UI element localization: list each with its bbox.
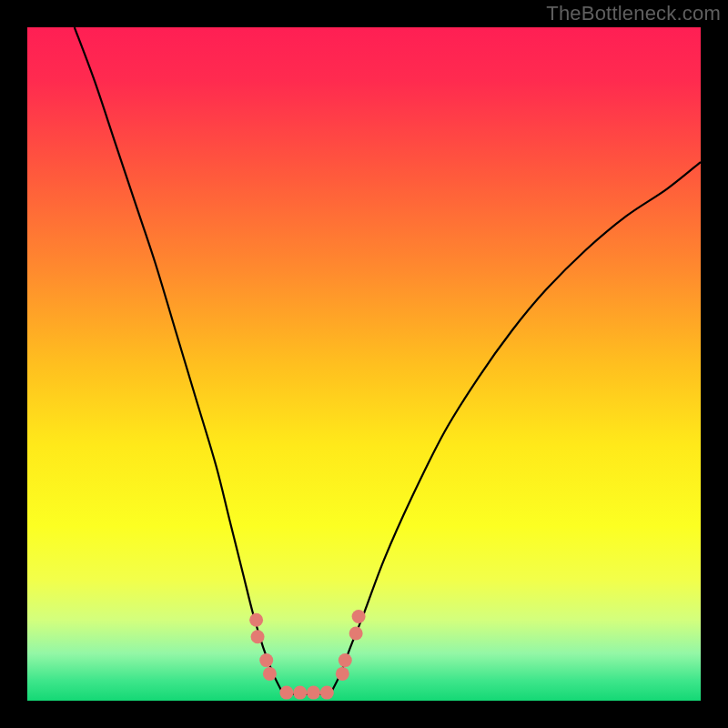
chart-svg <box>27 27 701 701</box>
marker-dot <box>263 667 277 681</box>
marker-dot <box>349 627 363 641</box>
marker-dot <box>259 653 273 667</box>
marker-dot <box>336 667 349 681</box>
outer-frame: TheBottleneck.com <box>0 0 728 728</box>
marker-dot <box>279 686 293 700</box>
chart-plot-area <box>27 27 701 701</box>
marker-dot <box>251 630 265 643</box>
marker-dot <box>339 653 352 667</box>
marker-dot <box>249 613 263 627</box>
marker-dot <box>307 686 320 700</box>
marker-dot <box>352 610 366 623</box>
marker-dot <box>293 686 307 700</box>
watermark-text: TheBottleneck.com <box>546 2 721 25</box>
chart-background <box>27 27 701 701</box>
marker-dot <box>320 686 334 700</box>
